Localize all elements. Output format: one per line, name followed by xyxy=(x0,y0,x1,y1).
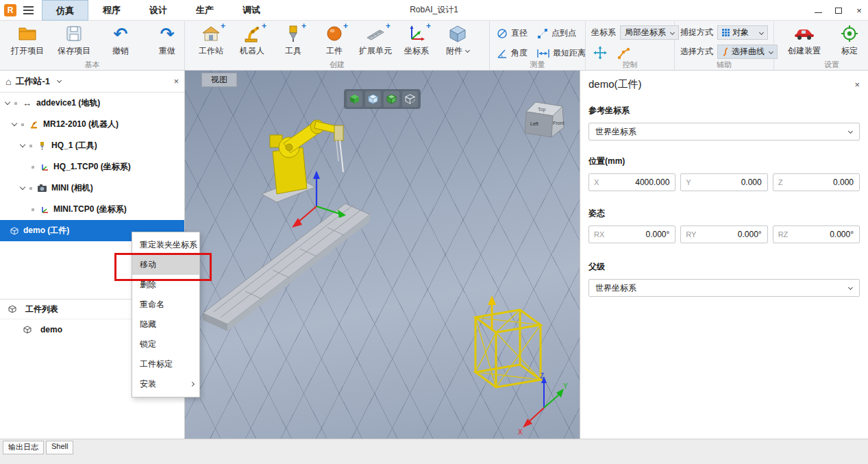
visibility-dot[interactable] xyxy=(14,102,17,105)
open-project-button[interactable]: 打开项目 xyxy=(8,22,47,57)
create-attachment-button[interactable]: 附件 xyxy=(438,22,477,57)
maximize-button[interactable] xyxy=(834,5,843,15)
menu-item-redefine-fixture-coord[interactable]: 重定装夹坐标系 xyxy=(132,235,199,255)
position-z-field[interactable]: Z 0.000 xyxy=(773,173,860,191)
close-panel-icon[interactable]: × xyxy=(173,76,179,86)
menu-item-move[interactable]: 移动 xyxy=(132,255,199,275)
tab-debug[interactable]: 调试 xyxy=(228,0,275,21)
posture-rx-field[interactable]: RX 0.000° xyxy=(588,225,675,243)
minimize-button[interactable] xyxy=(813,5,823,15)
close-button[interactable]: × xyxy=(854,5,864,15)
kinematics-button[interactable] xyxy=(615,45,632,61)
3d-viewport[interactable]: 视图 xyxy=(185,71,580,439)
field-prefix: RY xyxy=(681,230,699,239)
menu-item-label: 安装 xyxy=(140,379,156,389)
station-title: 工作站-1 xyxy=(15,75,50,88)
tree-item-hq1-tcp0[interactable]: HQ_1.TCP0 (坐标系) xyxy=(0,156,184,178)
field-value: 0.000 xyxy=(785,178,859,187)
view-mode-toolbar xyxy=(344,89,421,109)
field-prefix: RX xyxy=(589,230,607,239)
redo-button[interactable]: ↷ 重做 xyxy=(148,22,186,57)
close-panel-icon[interactable]: × xyxy=(854,80,860,90)
menu-item-delete[interactable]: 删除 xyxy=(132,275,199,295)
create-workpiece-button[interactable]: + 工件 xyxy=(315,22,354,57)
chevron-down-icon[interactable] xyxy=(20,142,25,147)
tree-item-hq1[interactable]: HQ_1 (工具) xyxy=(0,135,184,156)
view-tab[interactable]: 视图 xyxy=(201,73,237,87)
tab-shell[interactable]: Shell xyxy=(46,441,73,454)
chevron-down-icon[interactable] xyxy=(12,121,17,126)
move-manipulator-button[interactable] xyxy=(591,45,609,61)
wireframe-view-button[interactable] xyxy=(365,91,381,107)
calibrate-button[interactable]: 标定 xyxy=(830,22,868,57)
hamburger-menu-icon[interactable] xyxy=(23,6,34,14)
visibility-dot[interactable] xyxy=(32,166,34,169)
tab-program[interactable]: 程序 xyxy=(88,0,135,21)
view-cube[interactable]: Top Left Front xyxy=(525,102,564,137)
tab-output-log[interactable]: 输出日志 xyxy=(3,441,44,454)
measure-shortest-distance-button[interactable]: 最短距离 xyxy=(537,47,586,59)
move-arrow[interactable] xyxy=(488,295,496,330)
coord-system-dropdown[interactable]: 局部坐标系 xyxy=(620,25,679,40)
tree-item-label: MINI (相机) xyxy=(51,182,93,194)
plus-badge: + xyxy=(262,21,266,31)
plus-badge: + xyxy=(386,21,390,31)
parts-list-item-label: demo xyxy=(40,325,62,334)
posture-rz-field[interactable]: RZ 0.000° xyxy=(773,225,860,243)
station-header: ⌂ 工作站-1 × xyxy=(0,71,184,93)
view-cube-front-label[interactable]: Front xyxy=(553,121,564,125)
group-label: 创建 xyxy=(185,60,489,70)
create-station-button[interactable]: + 工作站 xyxy=(192,22,230,57)
snap-mode-dropdown[interactable]: 对象 xyxy=(717,25,768,40)
position-x-field[interactable]: X 4000.000 xyxy=(588,173,675,191)
menu-item-lock[interactable]: 锁定 xyxy=(132,334,199,354)
button-label: 撤销 xyxy=(112,45,129,57)
menu-item-rename[interactable]: 重命名 xyxy=(132,295,199,315)
tree-item-addevice1[interactable]: ↔ addevice1 (地轨) xyxy=(0,93,184,114)
select-mode-dropdown[interactable]: 选择曲线 xyxy=(717,45,778,59)
menu-item-hide[interactable]: 隐藏 xyxy=(132,315,199,334)
create-extend-unit-button[interactable]: + 扩展单元 xyxy=(356,22,395,57)
position-y-field[interactable]: Y 0.000 xyxy=(680,173,767,191)
create-coord-button[interactable]: + 坐标系 xyxy=(397,22,436,57)
tab-simulation[interactable]: 仿真 xyxy=(42,0,88,21)
ribbon-group-basic: 打开项目 保存项目 ↶ 撤销 ↷ 重做 基本 xyxy=(0,21,185,70)
parent-select[interactable]: 世界坐标系 xyxy=(588,279,860,297)
menu-item-workpiece-calibration[interactable]: 工件标定 xyxy=(132,354,199,374)
measure-angle-button[interactable]: 角度 xyxy=(497,47,528,59)
measure-diameter-button[interactable]: 直径 xyxy=(497,27,528,39)
field-prefix: X xyxy=(589,178,602,186)
axis-y-label: Y xyxy=(563,382,568,390)
create-robot-button[interactable]: + 机器人 xyxy=(233,22,271,57)
tree-item-mini[interactable]: MINI (相机) xyxy=(0,178,184,199)
chevron-down-icon[interactable] xyxy=(20,184,25,190)
visibility-dot[interactable] xyxy=(29,187,32,190)
plus-badge: + xyxy=(301,21,306,31)
diameter-icon xyxy=(497,28,508,39)
reference-coord-select[interactable]: 世界坐标系 xyxy=(588,123,860,141)
visibility-dot[interactable] xyxy=(21,123,24,126)
visibility-dot[interactable] xyxy=(29,145,32,147)
tab-production[interactable]: 生产 xyxy=(182,0,228,21)
save-project-button[interactable]: 保存项目 xyxy=(55,22,93,57)
shaded-view-button[interactable] xyxy=(347,91,362,107)
tree-item-label: HQ_1.TCP0 (坐标系) xyxy=(53,161,131,173)
chevron-down-icon[interactable] xyxy=(5,99,10,105)
calibration-target-icon xyxy=(841,24,858,43)
workpiece-frame-model[interactable] xyxy=(475,310,541,387)
tree-item-mr12-2010[interactable]: MR12-2010 (机器人) xyxy=(0,114,184,135)
tree-item-mini-tcp0[interactable]: MINI.TCP0 (坐标系) xyxy=(0,199,184,220)
view-cube-left-label[interactable]: Left xyxy=(530,121,538,126)
shaded-edges-view-button[interactable] xyxy=(384,91,399,107)
create-tool-button[interactable]: + 工具 xyxy=(274,22,312,57)
visibility-dot[interactable] xyxy=(32,208,34,211)
posture-ry-field[interactable]: RY 0.000° xyxy=(680,225,767,243)
undo-button[interactable]: ↶ 撤销 xyxy=(101,22,140,57)
view-cube-top-label[interactable]: Top xyxy=(538,107,545,112)
tab-design[interactable]: 设计 xyxy=(135,0,182,21)
chevron-down-icon[interactable] xyxy=(57,78,62,83)
hidden-line-view-button[interactable] xyxy=(402,91,418,107)
menu-item-install[interactable]: 安装 xyxy=(132,374,199,394)
measure-point-to-point-button[interactable]: 点到点 xyxy=(537,27,586,39)
create-device-button[interactable]: 创建装置 xyxy=(785,22,823,57)
